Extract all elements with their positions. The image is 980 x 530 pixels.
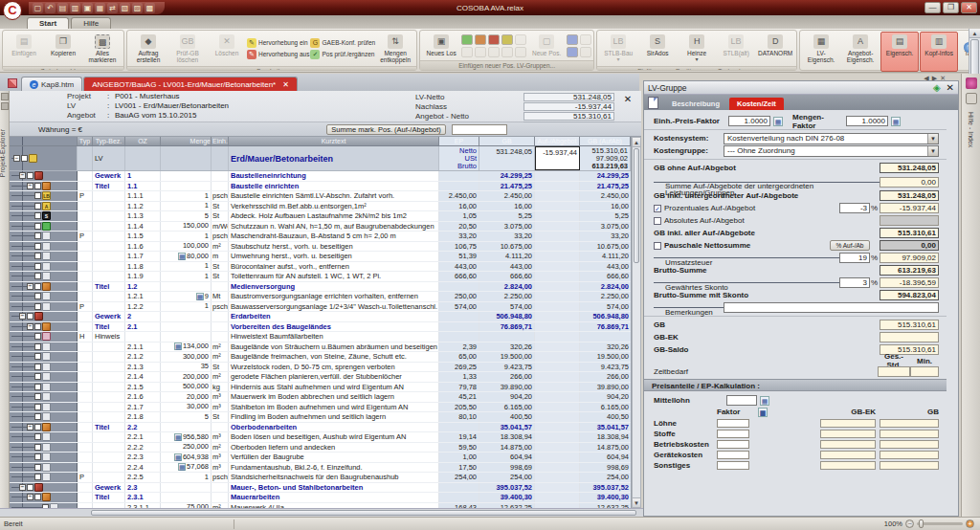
neue-pos--button[interactable]: ▢Neue Pos. (527, 32, 566, 59)
mini-insert-button[interactable] (515, 47, 526, 57)
row-checkbox[interactable] (34, 203, 41, 210)
row-checkbox[interactable] (34, 364, 41, 370)
column-header-menge[interactable]: Menge (161, 137, 212, 145)
angebot-eigensch--button[interactable]: AAngebot-Eigensch. (841, 32, 880, 72)
row-checkbox[interactable] (34, 353, 41, 360)
calculator-icon[interactable]: ▦ (174, 342, 182, 350)
table-row[interactable]: LBP1.1.11pschBaustelle einrichten Sämtl.… (10, 191, 631, 202)
table-row[interactable]: HHinweisHinweistext Baumfällarbeiten (10, 332, 631, 342)
close-button[interactable]: ✕ (961, 2, 977, 13)
gb-field[interactable] (880, 451, 939, 459)
calculator-icon[interactable]: ▦ (760, 396, 769, 406)
auf-abgebot-cell[interactable] (535, 211, 580, 221)
scroll-up-icon[interactable]: ▲ (633, 138, 640, 147)
chevron-down-icon[interactable]: ▼ (927, 146, 938, 156)
expand-toggle[interactable]: − (19, 484, 26, 491)
table-row[interactable]: 2.1.620,000m³Mauerwerk im Boden abbreche… (10, 392, 631, 403)
mini-insert-button[interactable] (580, 47, 591, 57)
row-checkbox[interactable] (34, 404, 41, 410)
tab-close-icon[interactable]: ✕ (282, 80, 289, 89)
mini-insert-button[interactable] (515, 34, 526, 45)
table-row[interactable]: 2.2.4▦57,068m³Fundamentaushub, Bkl.2-6, … (10, 463, 631, 474)
scroll-up-icon[interactable]: ▲ (969, 29, 980, 38)
hervorhebung-ein-button[interactable]: ✎Hervorhebung ein (247, 38, 309, 48)
tab-beschreibung[interactable]: Beschreibung (664, 98, 727, 110)
auf-abgebot-cell[interactable] (535, 372, 580, 382)
auf-abgebot-cell[interactable] (535, 182, 580, 191)
table-vscrollbar[interactable]: ▲ ▼ (632, 137, 641, 508)
table-row[interactable]: 2.1.4200,000m²gerodete Flächen planieren… (10, 372, 631, 383)
auf-abgebot-cell[interactable] (535, 322, 580, 332)
zoom-slider-thumb[interactable] (919, 519, 924, 528)
row-checkbox[interactable] (34, 464, 41, 471)
scroll-down-icon[interactable]: ▼ (633, 497, 640, 507)
kostensystem-select[interactable]: Kostenverteilung nach DIN 276-08▼ (724, 133, 939, 144)
auf-abgebot-cell[interactable] (535, 443, 580, 453)
auf-abgebot-cell[interactable] (535, 292, 580, 301)
gbek-field[interactable] (820, 451, 876, 459)
gbek-field[interactable] (820, 461, 876, 470)
table-row[interactable]: 2.2.3▦604,938m³Verfüllen der Baugrube1,0… (10, 453, 631, 463)
row-checkbox[interactable] (34, 373, 41, 380)
auf-abgebot-cell[interactable] (535, 453, 580, 462)
scroll-thumb[interactable] (634, 148, 639, 263)
epf-input[interactable]: 1.0000 (728, 116, 770, 126)
auf-abgebot-cell[interactable] (535, 332, 580, 342)
stlb-bau-button[interactable]: LBSTLB-Bau▾ (599, 32, 637, 65)
table-row[interactable]: 2.1.85StFindling im Boden aufnehmen und … (10, 412, 631, 423)
table-row[interactable]: 1.2.1▦9MtBaustromversorgungsanlage erric… (10, 292, 631, 302)
summe-result-field[interactable] (452, 124, 507, 135)
header-close-icon[interactable]: ✕ (622, 94, 634, 105)
column-header-ktext[interactable]: Kurztext (229, 137, 439, 145)
prozentual-checkbox[interactable]: ✓ (654, 205, 661, 212)
expand-toggle[interactable]: − (19, 313, 26, 320)
column-header-einh[interactable]: Einh. (212, 137, 229, 145)
hilfe-icon[interactable] (966, 77, 977, 89)
table-row[interactable]: −Titel1.1Baustelle einrichten21.475,2521… (10, 182, 631, 192)
zoom-out-button[interactable]: − (905, 519, 914, 528)
lv-auf-abgebot-cell[interactable]: -15.937,44 (535, 146, 580, 170)
calculator-icon[interactable]: ▦ (891, 117, 901, 126)
auf-abgebot-cell[interactable] (535, 191, 580, 201)
mini-insert-button[interactable] (461, 47, 473, 57)
mini-insert-button[interactable] (580, 34, 591, 45)
row-checkbox[interactable] (34, 494, 41, 500)
hervorhebung-aus-button[interactable]: ✎Hervorhebung aus (247, 50, 309, 59)
table-row[interactable]: 2.1.5500,000kgHindernis aus Stahl aufneh… (10, 383, 631, 393)
auf-abgebot-cell[interactable] (535, 403, 580, 412)
zeitbedarf-min-input[interactable] (910, 366, 939, 377)
table-row[interactable]: −Gewerk2Erdarbeiten506.948,80506.948,80 (10, 312, 631, 322)
auf-abgebot-cell[interactable] (535, 493, 580, 502)
auf-abgebot-cell[interactable] (535, 473, 580, 482)
mengen-entkoppeln-button[interactable]: ⇅Mengen entkoppeln (376, 32, 414, 65)
table-row[interactable]: −Titel2.3.1Mauerarbeiten39.400,3039.400,… (10, 493, 631, 503)
maximize-button[interactable]: ❐ (943, 2, 959, 13)
expand-toggle[interactable]: − (27, 183, 33, 189)
row-checkbox[interactable] (34, 384, 41, 390)
table-row[interactable]: 1.1.6100,000m²Staubschutz herst., vorh. … (10, 242, 631, 253)
absolut-checkbox[interactable] (654, 217, 661, 225)
table-row[interactable]: 2.1.2300,000m²Baugelände freimachen, von… (10, 352, 631, 363)
row-checkbox[interactable] (27, 313, 33, 320)
table-row[interactable]: P2.2.51pschStandsicherheitsnachweis für … (10, 473, 631, 483)
auf-abgebot-cell[interactable] (535, 483, 580, 493)
pin-diamond-icon[interactable]: ◈ (933, 82, 941, 93)
table-row[interactable]: P1.1.51pschMaschendraht-Bauzaun, B-Absta… (10, 232, 631, 242)
pr-f-gb-l-schen-button[interactable]: GBPrüf-GB löschen (168, 32, 207, 65)
row-checkbox[interactable] (34, 413, 41, 420)
row-checkbox[interactable] (34, 293, 41, 299)
expand-toggle[interactable]: − (27, 323, 33, 330)
column-header-auf[interactable]: Auf-/Abgebot (535, 137, 580, 145)
table-row[interactable]: −Gewerk2.3Mauer-, Beton- und Stahlbetona… (10, 483, 631, 494)
auf-abgebot-cell[interactable] (535, 342, 580, 352)
row-checkbox[interactable] (34, 474, 41, 480)
gbek-field[interactable] (820, 430, 876, 438)
auf-abgebot-cell[interactable] (535, 282, 580, 292)
auf-abgebot-cell[interactable] (535, 272, 580, 281)
pct-aufab-button[interactable]: % Auf-/Ab (830, 240, 870, 251)
eigensch--button[interactable]: ▤Eigensch. (880, 32, 919, 72)
row-checkbox[interactable] (34, 323, 41, 330)
auf-abgebot-cell[interactable] (535, 202, 580, 211)
datanorm-button[interactable]: DDATANORM (756, 32, 794, 65)
column-header-ep[interactable]: EP (439, 137, 479, 145)
